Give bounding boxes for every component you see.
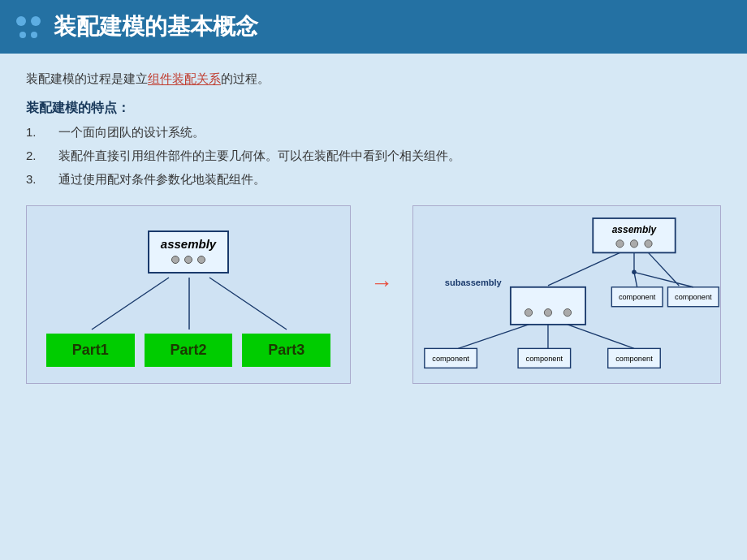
diagrams-row: assembly Part1 Part2 Part3 → [26,205,721,544]
right-arrow-icon: → [370,270,393,296]
part2-box: Part2 [145,334,233,367]
svg-point-13 [525,309,532,317]
feature-num-1: 1. [26,125,45,140]
intro-text-after: 的过程。 [221,71,270,85]
feature-item-3: 3. 通过使用配对条件参数化地装配组件。 [26,172,721,187]
svg-point-6 [630,240,637,248]
svg-line-10 [648,252,679,286]
assembly-label-left: assembly [161,237,216,251]
svg-text:component: component [526,355,563,363]
svg-text:component: component [675,293,712,301]
svg-text:assembly: assembly [612,224,658,235]
feature-item-2: 2. 装配件直接引用组件部件的主要几何体。可以在装配件中看到个相关组件。 [26,149,721,164]
dot-4 [31,32,37,38]
content-area: 装配建模的过程是建立组件装配关系的过程。 装配建模的特点： 1. 一个面向团队的… [0,54,747,560]
svg-text:component: component [432,355,469,363]
svg-line-22 [568,325,634,349]
svg-point-5 [616,240,624,248]
svg-line-8 [548,252,620,286]
port-1 [171,256,179,264]
svg-text:component: component [619,293,656,301]
svg-text:component: component [615,355,653,363]
svg-point-15 [563,309,571,317]
feature-num-2: 2. [26,149,45,164]
feature-text-2: 装配件直接引用组件部件的主要几何体。可以在装配件中看到个相关组件。 [58,149,460,164]
features-title: 装配建模的特点： [26,100,721,117]
svg-line-20 [458,325,529,349]
dot-1 [16,16,26,26]
right-diagram-svg: assembly subassembly [413,206,720,383]
feature-item-1: 1. 一个面向团队的设计系统。 [26,125,721,140]
header: 装配建模的基本概念 [0,0,747,54]
svg-text:subassembly: subassembly [445,278,503,287]
part3-box: Part3 [242,334,330,367]
feature-num-3: 3. [26,172,45,187]
svg-line-2 [209,278,287,330]
header-dots [16,16,41,38]
svg-line-29 [634,272,637,286]
arrow-container: → [367,205,396,296]
svg-point-7 [645,240,652,248]
dot-3 [19,32,26,38]
slide: 装配建模的基本概念 装配建模的过程是建立组件装配关系的过程。 装配建模的特点： … [0,0,747,560]
svg-point-14 [544,309,551,317]
svg-line-0 [92,278,169,330]
intro-paragraph: 装配建模的过程是建立组件装配关系的过程。 [26,71,721,87]
feature-text-3: 通过使用配对条件参数化地装配组件。 [58,172,266,187]
feature-text-1: 一个面向团队的设计系统。 [58,125,205,140]
parts-row: Part1 Part2 Part3 [46,334,330,367]
intro-highlight: 组件装配关系 [148,71,221,85]
dot-2 [31,16,41,26]
svg-rect-12 [511,287,585,325]
part1-box: Part1 [46,334,135,367]
left-diagram: assembly Part1 Part2 Part3 [26,205,351,384]
svg-point-31 [632,270,637,275]
port-2 [184,256,192,264]
assembly-box: assembly [148,230,229,274]
svg-line-30 [634,272,693,286]
right-diagram: assembly subassembly [412,205,721,384]
intro-text-before: 装配建模的过程是建立 [26,71,148,85]
page-title: 装配建模的基本概念 [54,11,258,42]
assembly-ports [171,256,205,264]
port-3 [197,256,205,264]
